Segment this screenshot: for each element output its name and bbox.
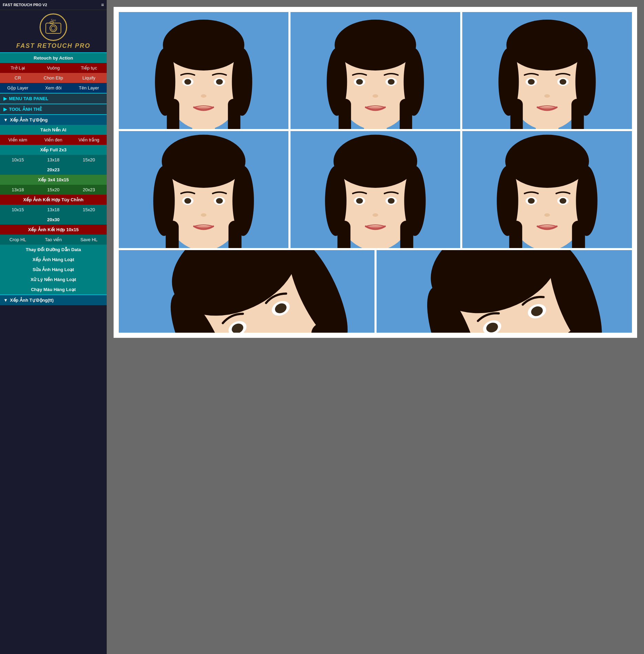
size-20x23-1-row: 20x23	[0, 165, 107, 175]
tach-nen-ai-button[interactable]: Tách Nền AI	[0, 125, 107, 135]
svg-point-19	[216, 79, 223, 85]
retouch-by-action-button[interactable]: Retouch by Action	[0, 53, 107, 63]
xep-anh-tu-dong-tt-header[interactable]: ▼ Xếp Ảnh Tự Động(tt)	[0, 295, 107, 305]
svg-point-67	[216, 198, 223, 204]
svg-point-17	[184, 79, 191, 85]
size-20x23-1-button[interactable]: 20x23	[0, 165, 107, 175]
tool-anh-the-header[interactable]: ▶ TOOL ẢNH THẺ	[0, 104, 107, 114]
photo-cell-2-1[interactable]	[119, 131, 288, 248]
logo-circle: Sao	[40, 13, 67, 41]
svg-point-1	[50, 25, 57, 32]
sidebar: FAST RETOUCH PRO V2 ≡ Sao FAST RETOUCH P…	[0, 0, 107, 654]
save-hl-button[interactable]: Save HL	[71, 235, 107, 245]
svg-rect-62	[166, 221, 179, 248]
svg-rect-79	[400, 221, 413, 248]
svg-point-75	[334, 135, 417, 188]
size-13x18-2-button[interactable]: 13x18	[0, 185, 35, 195]
vien-den-button[interactable]: Viền đen	[35, 135, 71, 145]
svg-point-49	[528, 79, 535, 85]
row-crop-tao-save: Crop HL Tao viền Save HL	[0, 235, 107, 245]
size-10x15-2-button[interactable]: 10x15	[0, 205, 35, 215]
svg-point-20	[201, 94, 206, 98]
size-20x23-2-button[interactable]: 20x23	[71, 185, 107, 195]
svg-point-51	[560, 79, 567, 85]
svg-point-65	[184, 198, 191, 204]
svg-point-52	[544, 94, 550, 98]
xep-anh-hang-loat-row: Xếp Ảnh Hàng Loạt	[0, 255, 107, 265]
tool-anh-arrow: ▶	[3, 107, 7, 112]
svg-point-2	[51, 26, 55, 30]
svg-text:Sao: Sao	[51, 18, 56, 22]
svg-point-100	[544, 213, 550, 217]
liquify-button[interactable]: Liquify	[71, 73, 107, 83]
menu-tab-panel-header[interactable]: ▶ MENU TAB PANEL	[0, 94, 107, 104]
xep-anh-arrow: ▼	[3, 117, 8, 122]
size-13x18-3-button[interactable]: 13x18	[35, 205, 71, 215]
size-13x18-1-button[interactable]: 13x18	[35, 155, 71, 165]
menu-tab-arrow: ▶	[3, 96, 7, 101]
xem-doi-button[interactable]: Xem đôi	[35, 83, 71, 93]
row-sizes-3: 10x15 13x18 15x20	[0, 205, 107, 215]
size-10x15-1-button[interactable]: 10x15	[0, 155, 35, 165]
photo-cell-3-1[interactable]	[119, 250, 374, 333]
xu-ly-nen-hang-loat-button[interactable]: Xử Lý Nền Hàng Loạt	[0, 275, 107, 285]
app-title: FAST RETOUCH PRO V2	[3, 3, 47, 7]
tao-vien-button[interactable]: Tao viền	[35, 235, 71, 245]
size-20x30-row: 20x30	[0, 215, 107, 225]
thay-doi-button[interactable]: Thay Đổi Đường Dẫn Data	[0, 245, 107, 255]
xep-anh-tt-arrow: ▼	[3, 298, 8, 303]
xep-full-2x3-row: Xếp Full 2x3	[0, 145, 107, 155]
photo-cell-2-3[interactable]	[462, 131, 632, 248]
svg-point-59	[162, 135, 245, 188]
xep-anh-ket-hop-10x15-button[interactable]: Xếp Ảnh Kết Hợp 10x15	[0, 225, 107, 235]
logo-brand: FAST RETOUCH PRO	[16, 42, 91, 50]
vien-trang-button[interactable]: Viền trắng	[71, 135, 107, 145]
xep-anh-tu-dong-header[interactable]: ▼ Xếp Ảnh Tự Động	[0, 115, 107, 125]
svg-point-81	[356, 198, 363, 204]
photo-cell-2-2[interactable]	[291, 131, 460, 248]
tool-anh-label: TOOL ẢNH THẺ	[9, 107, 42, 112]
vien-xam-button[interactable]: Viền xám	[0, 135, 35, 145]
row-trolai-vuong-tieptuc: Trở Lại Vuông Tiếp tục	[0, 63, 107, 73]
xu-ly-nen-hang-loat-row: Xử Lý Nền Hàng Loạt	[0, 275, 107, 285]
photo-cell-1-2[interactable]	[291, 12, 460, 129]
svg-rect-78	[337, 221, 350, 248]
xep-anh-ket-hop-tuy-chinh-button[interactable]: Xếp Ảnh Kết Hợp Tùy Chỉnh	[0, 195, 107, 205]
row-vien: Viền xám Viền đen Viền trắng	[0, 135, 107, 145]
photo-cell-3-2[interactable]	[377, 250, 632, 333]
chon-elip-button[interactable]: Chon Elip	[35, 73, 71, 83]
xep-3x4-row: Xếp 3x4 10x15	[0, 175, 107, 185]
gop-layer-button[interactable]: Gộp Layer	[0, 83, 35, 93]
photo-row-2	[119, 131, 632, 248]
photo-canvas	[114, 7, 637, 338]
chay-mau-hang-loat-row: Chạy Màu Hàng Loạt	[0, 285, 107, 294]
size-15x20-3-button[interactable]: 15x20	[71, 205, 107, 215]
tiep-tuc-button[interactable]: Tiếp tục	[71, 63, 107, 73]
crop-hl-button[interactable]: Crop HL	[0, 235, 35, 245]
xep-anh-label: Xếp Ảnh Tự Động	[10, 117, 48, 122]
menu-icon[interactable]: ≡	[101, 2, 104, 8]
svg-point-33	[356, 79, 363, 85]
row-goplayer-xemdoi-tenlayer: Gộp Layer Xem đôi Tên Layer	[0, 83, 107, 93]
size-15x20-1-button[interactable]: 15x20	[71, 155, 107, 165]
sua-anh-hang-loat-button[interactable]: Sửa Ảnh Hàng Loạt	[0, 265, 107, 275]
svg-point-84	[372, 213, 378, 217]
size-20x30-button[interactable]: 20x30	[0, 215, 107, 225]
svg-rect-14	[167, 99, 179, 129]
row-cr-elip-liquify: CR Chon Elip Liquify	[0, 73, 107, 83]
xep-full-2x3-button[interactable]: Xếp Full 2x3	[0, 145, 107, 155]
size-15x20-2-button[interactable]: 15x20	[35, 185, 71, 195]
svg-rect-46	[510, 99, 523, 129]
xep-anh-ket-hop-tuy-chinh-row: Xếp Ảnh Kết Hợp Tùy Chỉnh	[0, 195, 107, 205]
photo-cell-1-3[interactable]	[462, 12, 632, 129]
cr-button[interactable]: CR	[0, 73, 35, 83]
tro-lai-button[interactable]: Trở Lại	[0, 63, 35, 73]
xep-3x4-button[interactable]: Xếp 3x4 10x15	[0, 175, 107, 185]
ten-layer-button[interactable]: Tên Layer	[71, 83, 107, 93]
svg-point-91	[505, 135, 589, 188]
vuong-button[interactable]: Vuông	[35, 63, 71, 73]
photo-cell-1-1[interactable]	[119, 12, 288, 129]
chay-mau-hang-loat-button[interactable]: Chạy Màu Hàng Loạt	[0, 285, 107, 294]
xep-anh-hang-loat-button[interactable]: Xếp Ảnh Hàng Loạt	[0, 255, 107, 265]
svg-point-83	[388, 198, 395, 204]
